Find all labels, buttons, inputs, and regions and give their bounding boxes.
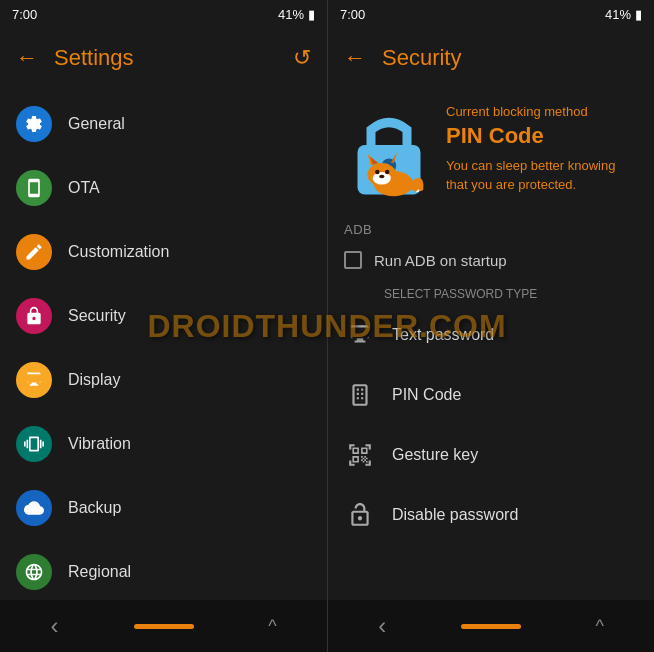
ota-label: OTA [68, 179, 100, 197]
left-bottom-nav: ‹ ^ [0, 600, 327, 652]
pin-code-icon [344, 379, 376, 411]
adb-run-item[interactable]: Run ADB on startup [328, 241, 654, 279]
password-section-label: Select password type [328, 279, 654, 305]
banner-label: Current blocking method [446, 104, 638, 119]
left-recents-button[interactable]: ^ [218, 616, 327, 637]
left-back-button[interactable]: ‹ [0, 612, 109, 640]
left-battery-icon: ▮ [308, 7, 315, 22]
disable-password-label: Disable password [392, 506, 518, 524]
vibration-icon [16, 426, 52, 462]
adb-checkbox[interactable] [344, 251, 362, 269]
right-back-button[interactable]: ‹ [328, 612, 437, 640]
customization-icon [16, 234, 52, 270]
right-home-pill[interactable] [461, 624, 521, 629]
nav-list: General OTA Customization Security [0, 88, 327, 600]
nav-item-regional[interactable]: Regional [0, 540, 327, 600]
customization-label: Customization [68, 243, 169, 261]
right-panel: 7:00 41% ▮ ← Security [327, 0, 654, 652]
nav-item-vibration[interactable]: Vibration [0, 412, 327, 476]
regional-icon [16, 554, 52, 590]
left-header: ← Settings ↺ [0, 28, 327, 88]
security-icon [16, 298, 52, 334]
right-recents-button[interactable]: ^ [545, 616, 654, 637]
nav-item-security[interactable]: Security [0, 284, 327, 348]
svg-point-13 [379, 175, 384, 179]
vibration-label: Vibration [68, 435, 131, 453]
password-item-gesture[interactable]: Gesture key [328, 425, 654, 485]
right-status-right: 41% ▮ [605, 7, 642, 22]
security-banner: Current blocking method PIN Code You can… [328, 88, 654, 210]
security-title: Security [382, 45, 461, 71]
banner-description: You can sleep better knowing that you ar… [446, 157, 638, 193]
regional-label: Regional [68, 563, 131, 581]
ota-icon [16, 170, 52, 206]
gesture-key-label: Gesture key [392, 446, 478, 464]
security-header: ← Security [328, 28, 654, 88]
display-label: Display [68, 371, 120, 389]
banner-text: Current blocking method PIN Code You can… [446, 104, 638, 193]
general-label: General [68, 115, 125, 133]
lock-fox-image [344, 104, 434, 194]
security-label: Security [68, 307, 126, 325]
text-password-icon [344, 319, 376, 351]
right-time: 7:00 [340, 7, 365, 22]
banner-value: PIN Code [446, 123, 638, 149]
svg-point-11 [375, 170, 380, 175]
adb-section-label: ADB [328, 210, 654, 241]
gesture-key-icon [344, 439, 376, 471]
left-battery: 41% [278, 7, 304, 22]
nav-item-customization[interactable]: Customization [0, 220, 327, 284]
right-back-icon[interactable]: ← [344, 45, 366, 71]
left-home-pill[interactable] [134, 624, 194, 629]
left-reset-icon[interactable]: ↺ [293, 45, 311, 71]
right-battery-icon: ▮ [635, 7, 642, 22]
left-panel: 7:00 41% ▮ ← Settings ↺ General [0, 0, 327, 652]
text-password-label: Text password [392, 326, 494, 344]
password-item-disable[interactable]: Disable password [328, 485, 654, 545]
left-status-bar: 7:00 41% ▮ [0, 0, 327, 28]
pin-code-label: PIN Code [392, 386, 461, 404]
right-bottom-nav: ‹ ^ [328, 600, 654, 652]
left-back-icon[interactable]: ← [16, 45, 38, 71]
left-status-right: 41% ▮ [278, 7, 315, 22]
backup-icon [16, 490, 52, 526]
right-battery: 41% [605, 7, 631, 22]
left-header-title: Settings [54, 45, 293, 71]
password-item-text[interactable]: Text password [328, 305, 654, 365]
disable-password-icon [344, 499, 376, 531]
general-icon [16, 106, 52, 142]
backup-label: Backup [68, 499, 121, 517]
display-icon [16, 362, 52, 398]
left-time: 7:00 [12, 7, 37, 22]
adb-run-label: Run ADB on startup [374, 252, 507, 269]
nav-item-general[interactable]: General [0, 92, 327, 156]
svg-point-12 [385, 170, 390, 175]
nav-item-display[interactable]: Display [0, 348, 327, 412]
right-status-bar: 7:00 41% ▮ [328, 0, 654, 28]
nav-item-backup[interactable]: Backup [0, 476, 327, 540]
password-item-pin[interactable]: PIN Code [328, 365, 654, 425]
nav-item-ota[interactable]: OTA [0, 156, 327, 220]
